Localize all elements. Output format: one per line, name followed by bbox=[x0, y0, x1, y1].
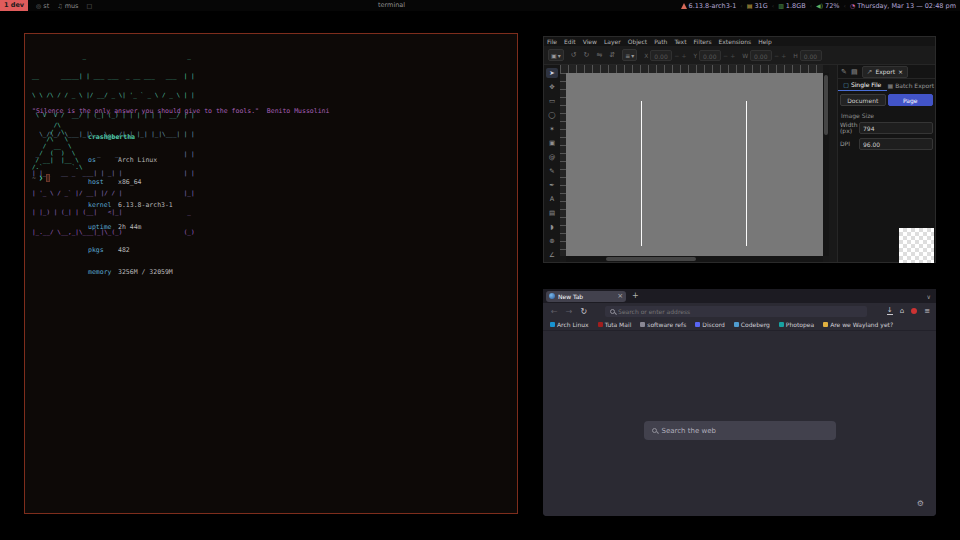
page-left-edge bbox=[641, 101, 642, 246]
home-icon[interactable]: ⌂ bbox=[900, 308, 904, 315]
fetch-row: host x86_64 bbox=[88, 179, 173, 187]
menu-filters[interactable]: Filters bbox=[694, 38, 712, 45]
x-coordinate-field: X 0.00 − + bbox=[644, 50, 686, 61]
menu-help[interactable]: Help bbox=[758, 38, 772, 45]
back-button[interactable]: ← bbox=[551, 307, 558, 316]
document-button[interactable]: Document bbox=[840, 94, 886, 106]
separator: ‹ bbox=[740, 2, 742, 9]
layers-dialog-icon[interactable]: ▤ bbox=[851, 68, 858, 76]
web-search-box[interactable]: Search the web bbox=[644, 421, 836, 440]
menu-extensions[interactable]: Extensions bbox=[719, 38, 752, 45]
disk-module: ▤ 31G bbox=[747, 2, 768, 10]
disk-icon: ▤ bbox=[747, 2, 753, 9]
export-scope-buttons: Document Page bbox=[838, 91, 935, 109]
forward-button[interactable]: → bbox=[566, 307, 573, 316]
reload-button[interactable]: ↻ bbox=[580, 307, 587, 316]
new-tab-button[interactable]: + bbox=[632, 292, 639, 300]
flip-horizontal-icon[interactable]: ⇋ bbox=[596, 51, 602, 59]
bookmark-discord[interactable]: Discord bbox=[695, 321, 725, 328]
terminal-cursor bbox=[46, 174, 50, 182]
navigation-bar: ← → ↻ ↓ ⌂ ≡ bbox=[543, 303, 936, 319]
decrement-button[interactable]: − bbox=[674, 52, 679, 59]
increment-button[interactable]: + bbox=[781, 52, 786, 59]
workspace-tag-active[interactable]: 1 dev bbox=[0, 0, 28, 11]
fetch-row: pkgs 482 bbox=[88, 247, 173, 255]
node-tool-icon[interactable]: ✥ bbox=[546, 82, 558, 92]
bookmark-tuta-mail[interactable]: Tuta Mail bbox=[598, 321, 632, 328]
box3d-tool-icon[interactable]: ▣ bbox=[546, 138, 558, 148]
extension-icon[interactable] bbox=[911, 308, 917, 314]
tab-batch-export[interactable]: ▦ Batch Export bbox=[887, 79, 936, 91]
folder-icon bbox=[640, 322, 645, 327]
bookmark-folder-software-refs[interactable]: software refs bbox=[640, 321, 686, 328]
star-tool-icon[interactable]: ✶ bbox=[546, 124, 558, 134]
workspace-tag-st[interactable]: ◎ st bbox=[36, 2, 49, 10]
menu-object[interactable]: Object bbox=[628, 38, 648, 45]
bookmark-are-we-wayland-yet[interactable]: Are we Wayland yet? bbox=[823, 321, 893, 328]
width-row: Width (px) 794 bbox=[838, 120, 935, 136]
batch-export-icon: ▦ bbox=[888, 82, 894, 89]
url-bar[interactable] bbox=[605, 306, 867, 317]
rotate-ccw-icon[interactable]: ↺ bbox=[571, 51, 577, 59]
horizontal-scrollbar[interactable] bbox=[566, 256, 823, 262]
menu-edit[interactable]: Edit bbox=[564, 38, 576, 45]
width-field: W 0.00 − + bbox=[742, 50, 786, 61]
shell-prompt[interactable]: ~ ❯ bbox=[32, 174, 50, 182]
workspace-tag-empty[interactable]: □ bbox=[87, 2, 93, 9]
settings-gear-icon[interactable]: ⚙ bbox=[917, 500, 924, 508]
desktop: 1 dev ◎ st ♫ mus □ terminal 6.13.8-arch3… bbox=[0, 0, 960, 540]
focused-window-title: terminal bbox=[378, 0, 405, 11]
pen-tool-icon[interactable]: ✒ bbox=[546, 180, 558, 190]
increment-button[interactable]: + bbox=[730, 52, 735, 59]
pencil-tool-icon[interactable]: ✎ bbox=[546, 166, 558, 176]
tab-single-file[interactable]: ▢ Single File bbox=[838, 79, 887, 91]
align-dropdown[interactable]: ≡ ▾ bbox=[622, 49, 637, 61]
selection-mode-dropdown[interactable]: ▣ ▾ bbox=[548, 49, 564, 61]
bookmark-arch-linux[interactable]: Arch Linux bbox=[550, 321, 589, 328]
fill-stroke-dialog-icon[interactable]: ✎ bbox=[841, 68, 847, 76]
scrollbar-thumb[interactable] bbox=[824, 75, 828, 135]
menu-path[interactable]: Path bbox=[654, 38, 667, 45]
menu-layer[interactable]: Layer bbox=[604, 38, 621, 45]
arch-icon bbox=[681, 3, 687, 9]
memory-module: ▥ 1.8GB bbox=[778, 2, 806, 10]
kernel-module: 6.13.8-arch3-1 bbox=[681, 2, 737, 10]
zoom-tool-icon[interactable]: ⊕ bbox=[546, 236, 558, 246]
export-dialog-tab[interactable]: ↗ Export × bbox=[862, 66, 909, 78]
tab-close-icon[interactable]: × bbox=[617, 293, 623, 299]
terminal-window[interactable]: _ _ __ _____| | ___ ___ _ __ ___ ___ | |… bbox=[24, 33, 518, 514]
menu-file[interactable]: File bbox=[547, 38, 557, 45]
url-input[interactable] bbox=[618, 308, 862, 315]
dropper-tool-icon[interactable]: ◗ bbox=[546, 222, 558, 232]
page-button[interactable]: Page bbox=[888, 94, 934, 106]
text-tool-icon[interactable]: A bbox=[546, 194, 558, 204]
bookmark-photopea[interactable]: Photopea bbox=[779, 321, 814, 328]
browser-tab[interactable]: New Tab × bbox=[546, 291, 626, 302]
ellipse-tool-icon[interactable]: ◯ bbox=[546, 110, 558, 120]
close-icon[interactable]: × bbox=[898, 68, 903, 75]
bookmark-favicon bbox=[734, 322, 739, 327]
rotate-cw-icon[interactable]: ↻ bbox=[584, 51, 590, 59]
flip-vertical-icon[interactable]: ⇵ bbox=[609, 51, 615, 59]
export-dpi-input[interactable]: 96.00 bbox=[859, 138, 933, 150]
rectangle-tool-icon[interactable]: ▭ bbox=[546, 96, 558, 106]
workspace-tag-mus[interactable]: ♫ mus bbox=[57, 2, 78, 10]
downloads-icon[interactable]: ↓ bbox=[887, 307, 893, 315]
decrement-button[interactable]: − bbox=[774, 52, 779, 59]
bookmark-codeberg[interactable]: Codeberg bbox=[734, 321, 770, 328]
horizontal-ruler[interactable] bbox=[560, 65, 823, 73]
menu-text[interactable]: Text bbox=[674, 38, 686, 45]
selector-tool-icon[interactable]: ➤ bbox=[546, 68, 558, 78]
increment-button[interactable]: + bbox=[681, 52, 686, 59]
menu-view[interactable]: View bbox=[583, 38, 597, 45]
scrollbar-thumb[interactable] bbox=[606, 257, 696, 261]
gradient-tool-icon[interactable]: ▤ bbox=[546, 208, 558, 218]
image-size-label: Image Size bbox=[838, 109, 935, 120]
decrement-button[interactable]: − bbox=[723, 52, 728, 59]
canvas[interactable] bbox=[566, 73, 823, 258]
spiral-tool-icon[interactable]: @ bbox=[546, 152, 558, 162]
tab-list-chevron-icon[interactable]: ∨ bbox=[927, 293, 931, 300]
measure-tool-icon[interactable]: ∠ bbox=[546, 250, 558, 260]
export-width-input[interactable]: 794 bbox=[859, 122, 933, 134]
menu-hamburger-icon[interactable]: ≡ bbox=[924, 308, 930, 315]
